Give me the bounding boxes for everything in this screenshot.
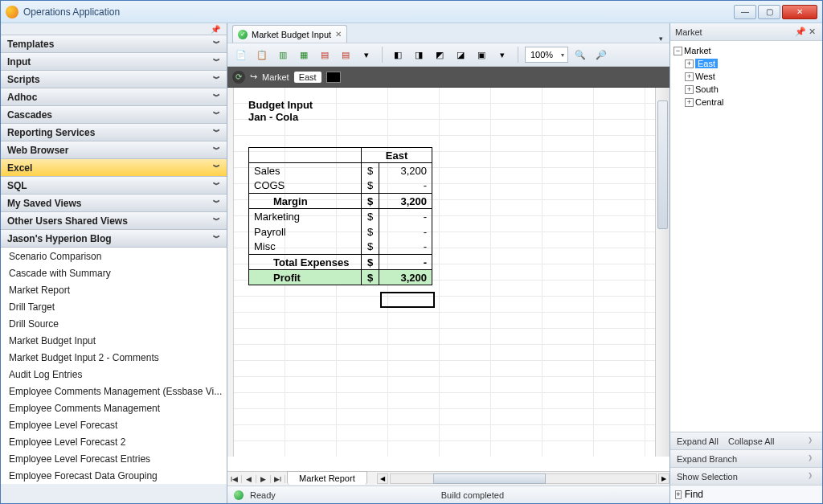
accordion-section[interactable]: Web Browser︾ xyxy=(1,141,227,159)
list-item[interactable]: Cascade with Summary xyxy=(1,264,227,281)
minimize-button[interactable]: — xyxy=(734,5,756,19)
list-item[interactable]: Market Budget Input xyxy=(1,332,227,349)
accordion-section[interactable]: Other Users Shared Views︾ xyxy=(1,212,227,230)
hscroll-thumb[interactable] xyxy=(433,473,546,484)
sheet-nav-last-icon[interactable]: ▶I xyxy=(271,475,285,483)
accordion-section[interactable]: Jason's Hyperion Blog︾ xyxy=(1,230,227,248)
accordion-section[interactable]: My Saved Views︾ xyxy=(1,195,227,212)
sheet-nav-next-icon[interactable]: ▶ xyxy=(256,475,271,483)
accordion-section[interactable]: Input︾ xyxy=(1,53,227,71)
grid-area[interactable]: Budget Input Jan - Cola East Sales$3,200… xyxy=(234,88,655,457)
sheet-tab[interactable]: Market Report xyxy=(287,471,367,485)
titlebar[interactable]: Operations Application — ▢ ✕ xyxy=(1,1,822,23)
row-value[interactable]: - xyxy=(379,178,432,194)
row-value[interactable]: - xyxy=(379,209,432,224)
pin-icon[interactable]: 📌 xyxy=(211,25,220,34)
show-selection-row[interactable]: Show Selection 》 xyxy=(670,468,822,486)
toolbar-btn-a[interactable]: ◧ xyxy=(389,46,407,64)
accordion-section[interactable]: Templates︾ xyxy=(1,35,227,53)
pov-member[interactable]: East xyxy=(294,72,321,83)
budget-table: East Sales$3,200COGS$-Margin$3,200Market… xyxy=(248,147,432,285)
accordion-section[interactable]: Scripts︾ xyxy=(1,71,227,88)
list-item[interactable]: Employee Forecast Data Grouping xyxy=(1,467,227,484)
row-value[interactable]: - xyxy=(379,240,432,255)
tab-close-icon[interactable]: ✕ xyxy=(335,30,342,39)
toolbar-btn-2[interactable]: 📋 xyxy=(253,46,271,64)
panel-close-icon[interactable]: ✕ xyxy=(806,27,817,37)
list-item[interactable]: Employee Level Forecast xyxy=(1,416,227,433)
row-currency: $ xyxy=(362,270,379,285)
row-value[interactable]: - xyxy=(379,255,432,270)
find-input[interactable] xyxy=(706,490,817,499)
toolbar-dropdown2-icon[interactable]: ▾ xyxy=(493,46,511,64)
zoom-in-icon[interactable]: 🔍 xyxy=(571,46,589,64)
row-currency: $ xyxy=(362,255,379,270)
row-label: COGS xyxy=(249,178,362,194)
pov-refresh-icon[interactable]: ⟳ xyxy=(232,71,245,84)
toolbar-btn-e[interactable]: ▣ xyxy=(473,46,490,64)
toolbar: 📄 📋 ▥ ▦ ▤ ▤ ▾ ◧ ◨ ◩ ◪ ▣ ▾ 100% 🔍 🔎 xyxy=(227,43,669,67)
list-item[interactable]: Drill Source xyxy=(1,315,227,332)
tab-label: Market Budget Input xyxy=(252,30,331,39)
list-item[interactable]: Market Report xyxy=(1,281,227,298)
pdf-export-icon[interactable]: ▤ xyxy=(316,46,334,64)
pov-arrow-icon[interactable]: ↪ xyxy=(250,72,257,82)
toolbar-dropdown-icon[interactable]: ▾ xyxy=(358,46,375,64)
scrollbar-thumb[interactable] xyxy=(657,100,668,229)
row-label: Profit xyxy=(249,270,362,285)
sheet-tab-row: I◀ ◀ ▶ ▶I Market Report ◀ ▶ xyxy=(227,471,669,486)
toolbar-btn-c[interactable]: ◩ xyxy=(431,46,448,64)
row-currency: $ xyxy=(362,209,379,224)
row-value[interactable]: 3,200 xyxy=(379,163,432,178)
zoom-out-icon[interactable]: 🔎 xyxy=(592,46,610,64)
list-item[interactable]: Employee Comments Management xyxy=(1,400,227,416)
accordion-section[interactable]: SQL︾ xyxy=(1,177,227,195)
expand-collapse-row[interactable]: Expand All Collapse All 》 xyxy=(670,432,822,450)
expand-branch-row[interactable]: Expand Branch 》 xyxy=(670,450,822,468)
zoom-select[interactable]: 100% xyxy=(525,47,568,63)
accordion-section[interactable]: Cascades︾ xyxy=(1,106,227,124)
pov-dimension[interactable]: Market xyxy=(262,72,289,82)
list-item[interactable]: Employee Level Forecast Entries xyxy=(1,450,227,467)
spreadsheet[interactable]: Budget Input Jan - Cola East Sales$3,200… xyxy=(227,88,669,471)
list-item[interactable]: Employee Comments Management (Essbase Vi… xyxy=(1,383,227,400)
list-item[interactable]: Scenario Comparison xyxy=(1,248,227,264)
maximize-button[interactable]: ▢ xyxy=(758,5,780,19)
report-title: Budget Input xyxy=(248,99,313,111)
tree-item[interactable]: +Central xyxy=(672,96,821,109)
list-item[interactable]: Drill Target xyxy=(1,298,227,315)
market-tree[interactable]: −Market+East+West+South+Central xyxy=(670,41,822,432)
row-value[interactable]: 3,200 xyxy=(379,270,432,285)
close-button[interactable]: ✕ xyxy=(782,5,817,19)
excel-export-icon[interactable]: ▥ xyxy=(274,46,292,64)
row-label: Sales xyxy=(249,163,362,178)
tree-item[interactable]: +South xyxy=(672,83,821,96)
row-value[interactable]: - xyxy=(379,224,432,240)
find-expand-icon[interactable]: + xyxy=(675,490,682,499)
sheet-nav-first-icon[interactable]: I◀ xyxy=(227,475,242,483)
toolbar-btn-b[interactable]: ◨ xyxy=(410,46,428,64)
tree-root[interactable]: −Market xyxy=(672,44,821,57)
vertical-scrollbar[interactable] xyxy=(655,88,669,457)
hscroll-left-icon[interactable]: ◀ xyxy=(377,473,388,484)
tree-item[interactable]: +East xyxy=(672,57,821,70)
row-value[interactable]: 3,200 xyxy=(379,194,432,209)
accordion-section[interactable]: Adhoc︾ xyxy=(1,88,227,106)
excel-export2-icon[interactable]: ▦ xyxy=(295,46,313,64)
pov-color-swatch[interactable] xyxy=(326,72,341,83)
pdf-export2-icon[interactable]: ▤ xyxy=(337,46,354,64)
tab-market-budget-input[interactable]: ✓ Market Budget Input ✕ xyxy=(232,25,347,43)
toolbar-btn-1[interactable]: 📄 xyxy=(232,46,250,64)
panel-pin-icon[interactable]: 📌 xyxy=(795,27,806,37)
tab-menu-icon[interactable]: ▾ xyxy=(659,35,663,43)
sheet-nav-prev-icon[interactable]: ◀ xyxy=(242,475,256,483)
list-item[interactable]: Audit Log Entries xyxy=(1,366,227,383)
accordion-section[interactable]: Reporting Services︾ xyxy=(1,124,227,141)
accordion-section[interactable]: Excel︾ xyxy=(1,159,227,177)
toolbar-btn-d[interactable]: ◪ xyxy=(452,46,469,64)
hscroll-right-icon[interactable]: ▶ xyxy=(658,473,669,484)
tree-item[interactable]: +West xyxy=(672,70,821,83)
list-item[interactable]: Market Budget Input 2 - Comments xyxy=(1,349,227,366)
list-item[interactable]: Employee Level Forecast 2 xyxy=(1,433,227,450)
horizontal-scrollbar[interactable]: ◀ ▶ xyxy=(377,472,669,486)
